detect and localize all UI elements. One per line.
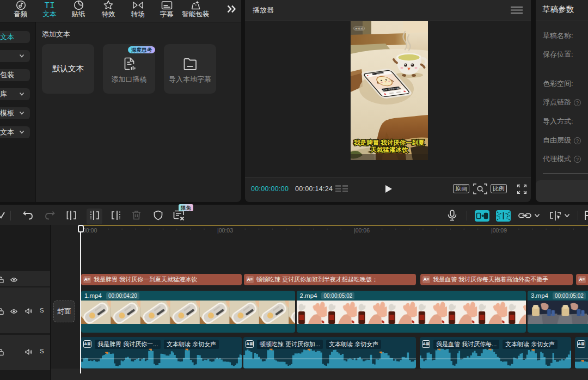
svg-text:天就猛灌冰饮: 天就猛灌冰饮 bbox=[370, 146, 409, 154]
svg-text:我是脾胃 我讨厌你一到夏: 我是脾胃 我讨厌你一到夏 bbox=[353, 139, 425, 146]
svg-text:AI 生成: AI 生成 bbox=[355, 27, 363, 30]
svg-text:TI: TI bbox=[44, 1, 54, 10]
